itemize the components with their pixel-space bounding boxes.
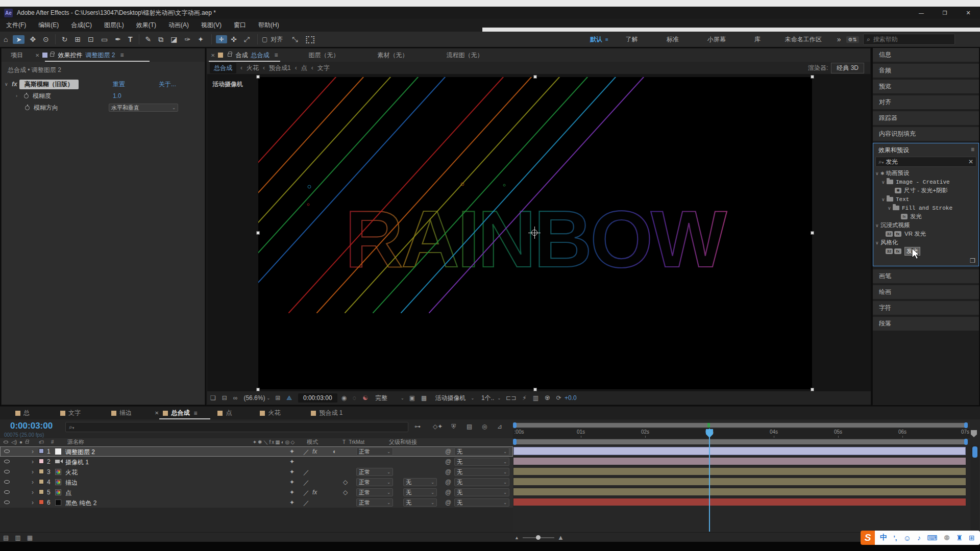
pickwhip-icon[interactable]: @ bbox=[445, 499, 451, 506]
shy-switch[interactable]: ✦ bbox=[289, 479, 295, 486]
roto-brush-tool-icon[interactable]: ✑ bbox=[185, 35, 191, 43]
comp-mini-flowchart-icon[interactable]: ⊶ bbox=[414, 423, 421, 430]
playhead-marker[interactable] bbox=[706, 429, 713, 434]
hand-tool-icon[interactable]: ✥ bbox=[30, 35, 36, 43]
eye-icon[interactable] bbox=[4, 449, 10, 453]
eye-icon[interactable] bbox=[4, 480, 10, 484]
tab-huohua[interactable]: 火花 bbox=[268, 409, 280, 417]
label-swatch[interactable] bbox=[39, 499, 44, 505]
mode-dropdown[interactable]: 正常⌄ bbox=[356, 498, 393, 507]
comp-tab-name[interactable]: 总合成 bbox=[251, 51, 269, 60]
shy-switch[interactable]: ✦ bbox=[289, 499, 295, 506]
ime-voice-icon[interactable]: ♪ bbox=[917, 534, 921, 542]
reset-exposure-icon[interactable]: ⟳ bbox=[556, 394, 561, 402]
trkmat-column[interactable]: TrkMat bbox=[349, 439, 364, 445]
ime-login-icon[interactable]: ⚉ bbox=[944, 534, 950, 542]
menu-effect[interactable]: 效果(T) bbox=[130, 21, 162, 30]
fast-previews-icon[interactable]: ⚡ bbox=[522, 394, 526, 402]
trkmat-dropdown[interactable]: 无⌄ bbox=[403, 488, 437, 496]
timeline-button-icon[interactable]: ▥ bbox=[533, 394, 538, 402]
help-search-box[interactable]: ⌕ bbox=[863, 34, 955, 45]
magnification-dropdown[interactable]: (56.6%) ⌄ bbox=[243, 394, 270, 402]
draft-3d-icon[interactable]: ◇✦ bbox=[433, 423, 443, 430]
view-layout-dropdown[interactable]: 1个.. ⌄ bbox=[481, 394, 501, 403]
expand-arrow[interactable]: › bbox=[32, 479, 34, 486]
parent-dropdown[interactable]: 无⌄ bbox=[454, 498, 509, 507]
tree-glow-effect-selected[interactable]: 32fx发光 bbox=[873, 247, 978, 256]
tree-image-creative[interactable]: ∨Image - Creative bbox=[873, 178, 978, 186]
snapshot-icon[interactable]: ◉ bbox=[341, 394, 347, 402]
renderer-value[interactable]: 经典 3D bbox=[831, 63, 864, 73]
comp-marker-button[interactable] bbox=[971, 430, 977, 437]
tab-menu-icon[interactable]: ≡ bbox=[193, 410, 197, 417]
expand-arrow[interactable]: › bbox=[32, 458, 34, 465]
close-button[interactable]: ✕ bbox=[957, 10, 980, 16]
panel-menu-icon[interactable]: ≡ bbox=[274, 52, 278, 59]
viewer-timecode[interactable]: 0:00:03:00 bbox=[298, 393, 337, 403]
label-swatch[interactable] bbox=[39, 448, 44, 454]
layer-row[interactable]: › 5 点 ✦ ／ fx ◇ 正常⌄ 无⌄ @ 无⌄ bbox=[0, 487, 513, 497]
handle-top-right[interactable] bbox=[811, 75, 814, 79]
eye-icon[interactable] bbox=[4, 460, 10, 463]
fx-switch[interactable]: fx bbox=[312, 448, 317, 455]
handle-mid-right[interactable] bbox=[811, 231, 814, 235]
pickwhip-icon[interactable]: @ bbox=[445, 468, 451, 475]
layer-name[interactable]: 描边 bbox=[65, 479, 78, 487]
layer-row[interactable]: › 2 摄像机 1 ✦ @ 无⌄ bbox=[0, 457, 513, 467]
fx-switch[interactable]: fx bbox=[312, 489, 317, 496]
layer-track-bar[interactable] bbox=[513, 447, 966, 455]
label-swatch[interactable] bbox=[39, 479, 44, 484]
mask-feather-icon[interactable]: ⤡ bbox=[292, 35, 298, 44]
eye-icon[interactable] bbox=[4, 470, 10, 473]
view-camera-dropdown[interactable]: 活动摄像机 ⌄ bbox=[435, 394, 474, 403]
ime-cn-mode[interactable]: 中 bbox=[880, 533, 887, 542]
param-twirl-icon[interactable]: › bbox=[16, 93, 21, 98]
effect-twirl-icon[interactable]: ∨ bbox=[5, 82, 10, 87]
channels-icon[interactable]: ☯ bbox=[362, 394, 368, 402]
work-area-bar[interactable] bbox=[513, 438, 970, 445]
camera-tool-icon[interactable]: ⊞ bbox=[75, 35, 81, 43]
hide-shy-layers-icon[interactable]: ⛨ bbox=[451, 423, 456, 430]
source-name-column[interactable]: 源名称 bbox=[67, 438, 84, 446]
roi-icon[interactable]: ▣ bbox=[409, 394, 415, 402]
home-tool-icon[interactable]: ⌂ bbox=[4, 35, 8, 43]
rotate-tool-icon[interactable]: ↻ bbox=[62, 35, 68, 43]
menu-view[interactable]: 视图(V) bbox=[195, 21, 228, 30]
mode-dropdown[interactable]: 正常⌄ bbox=[356, 478, 393, 486]
layer-tab[interactable]: 图层（无） bbox=[308, 51, 339, 60]
trkmat-dropdown[interactable]: 无⌄ bbox=[403, 478, 437, 486]
panel-align[interactable]: 对齐 bbox=[873, 95, 979, 109]
layer-name[interactable]: 摄像机 1 bbox=[65, 458, 89, 467]
lock-icon[interactable] bbox=[228, 54, 232, 57]
menu-help[interactable]: 帮助(H) bbox=[252, 21, 285, 30]
vertical-scrollbar[interactable] bbox=[972, 446, 977, 458]
tab-wenzi[interactable]: 文字 bbox=[68, 409, 81, 417]
ime-punctuation-icon[interactable]: ’, bbox=[893, 534, 897, 542]
menu-window[interactable]: 窗口 bbox=[228, 21, 252, 30]
stopwatch-icon[interactable] bbox=[25, 106, 30, 110]
pen-tool-icon[interactable]: ✒ bbox=[115, 35, 121, 43]
pickwhip-icon[interactable]: @ bbox=[445, 458, 451, 465]
panel-paint[interactable]: 绘画 bbox=[873, 285, 979, 299]
panel-menu-icon[interactable]: ≡ bbox=[120, 52, 124, 59]
help-search-input[interactable] bbox=[873, 36, 940, 43]
effect-reset-link[interactable]: 重置 bbox=[113, 80, 125, 89]
tree-vr-glow[interactable]: 32fxVR 发光 bbox=[873, 230, 978, 238]
shy-switch[interactable]: ✦ bbox=[289, 489, 295, 496]
effects-search-input[interactable] bbox=[886, 158, 957, 165]
comp-flowchart-icon[interactable]: ♼ bbox=[545, 394, 550, 402]
exposure-value[interactable]: +0.0 bbox=[565, 394, 577, 402]
shape-tool-icon[interactable]: ▭ bbox=[101, 35, 108, 43]
expand-arrow[interactable]: › bbox=[32, 468, 34, 475]
pickwhip-icon[interactable]: @ bbox=[445, 448, 451, 455]
layer-track-bar[interactable] bbox=[513, 488, 966, 495]
pan-behind-tool-icon[interactable]: ⊡ bbox=[88, 35, 94, 43]
workspace-default[interactable]: 默认 bbox=[587, 35, 605, 44]
layer-track-bar[interactable] bbox=[513, 468, 966, 475]
workspace-small-screen[interactable]: 小屏幕 bbox=[693, 35, 740, 44]
graph-editor-icon[interactable]: ⊿ bbox=[497, 423, 502, 430]
breadcrumb-spark[interactable]: 火花 bbox=[247, 64, 259, 72]
brush-tool-icon[interactable]: ✎ bbox=[145, 35, 152, 43]
resolution-dropdown[interactable]: 完整 ⌄ bbox=[375, 394, 404, 403]
time-navigator[interactable] bbox=[513, 422, 970, 429]
